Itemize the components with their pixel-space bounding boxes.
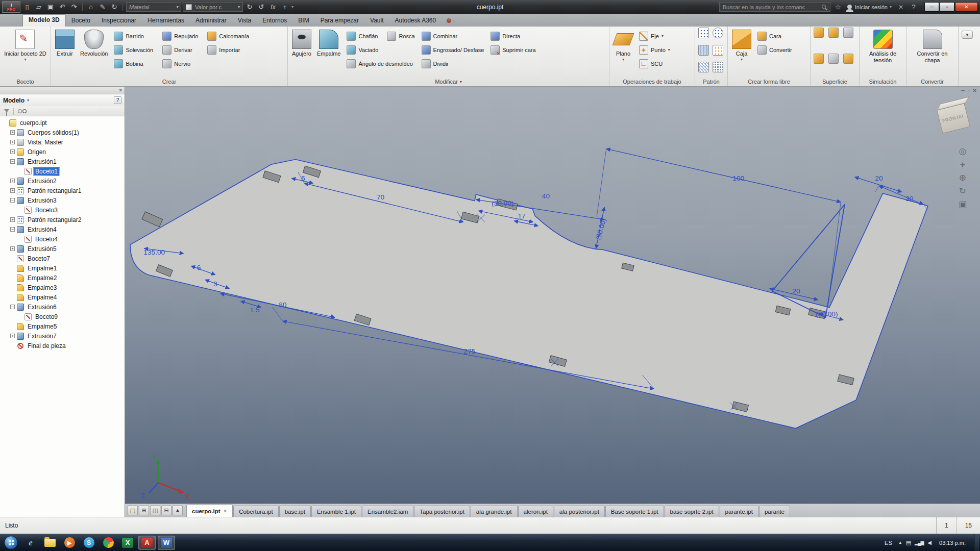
tree-item[interactable]: Boceto4 [0, 234, 125, 244]
tree-item[interactable]: +Extrusión5 [0, 244, 125, 254]
close-button[interactable]: ✕ [955, 2, 978, 12]
language-indicator[interactable]: ES [883, 539, 894, 547]
dimension-label[interactable]: (90.00) [594, 217, 607, 240]
volume-icon[interactable]: ◀ [927, 540, 931, 545]
chaflan-button[interactable]: Chaflán [345, 29, 379, 43]
start-button[interactable] [4, 536, 18, 549]
dimension-label[interactable]: 6 [197, 264, 201, 271]
dimension-label[interactable]: 70 [377, 193, 385, 201]
ribbon-tab-entornos[interactable]: Entornos [257, 15, 292, 27]
tree-item[interactable]: Empalme3 [0, 283, 125, 292]
derivar-button[interactable]: Derivar [161, 43, 200, 57]
tree-expander[interactable]: + [10, 334, 15, 338]
qat-customize-caret[interactable]: ▾ [291, 5, 293, 9]
revolucion-button[interactable]: Revolución [79, 29, 109, 58]
refresh-icon[interactable]: ↻ [109, 2, 119, 12]
tree-item[interactable]: +Extrusión2 [0, 176, 125, 186]
document-tab[interactable]: aleron.ipt [518, 506, 553, 517]
help-icon[interactable]: ? [909, 2, 919, 12]
tree-item[interactable]: +Patrón rectangular1 [0, 186, 125, 195]
circular-pattern-icon[interactable] [713, 28, 723, 38]
tree-item[interactable]: Empalme1 [0, 263, 125, 273]
3d-canvas[interactable]: 135.00631.580670(30.00)1740(90.00)100275… [125, 87, 980, 504]
extruir-button[interactable]: Extruir [54, 29, 76, 58]
hidden-icons-button[interactable]: ▲ [898, 540, 902, 545]
bobina-button[interactable]: Bobina [112, 57, 155, 70]
document-tab[interactable]: ala grande.ipt [471, 506, 518, 517]
tree-item[interactable]: Empalme4 [0, 292, 125, 302]
dimension-label[interactable]: (30.00) [816, 310, 838, 318]
cara-button[interactable]: Cara [756, 29, 794, 43]
document-tab[interactable]: parante [759, 506, 790, 517]
rosca-button[interactable]: Rosca [385, 29, 416, 43]
start-2d-sketch-button[interactable]: Iniciar boceto 2D ▾ [3, 29, 47, 62]
tree-item[interactable]: +Extrusión7 [0, 331, 125, 341]
rectangular-pattern-icon[interactable] [698, 28, 709, 38]
pattern-option-icon-2[interactable] [713, 62, 723, 72]
tree-item[interactable]: Boceto7 [0, 254, 125, 263]
tree-item[interactable]: cuerpo.ipt [0, 118, 125, 128]
surface-tool-icon-1[interactable] [814, 28, 824, 38]
dimension-label[interactable]: 20 [875, 174, 883, 182]
ribbon-tab-autodesk-a360[interactable]: Autodesk A360 [389, 15, 442, 27]
document-tab[interactable]: Ensamble2.iam [362, 506, 413, 517]
tree-item[interactable]: +Patrón rectangular2 [0, 215, 125, 224]
calcomania-button[interactable]: Calcomanía [206, 29, 251, 43]
document-tab[interactable]: Ensamble 1.ipt [311, 506, 361, 517]
ribbon-tab-bim[interactable]: BIM [292, 15, 314, 27]
ribbon-tab-administrar[interactable]: Administrar [190, 15, 232, 27]
tree-expander[interactable]: + [10, 246, 15, 251]
document-tab[interactable]: base.ipt [279, 506, 311, 517]
surface-tool-icon-4[interactable] [814, 54, 824, 64]
search-input[interactable] [720, 4, 830, 10]
single-view-icon[interactable]: ▢ [128, 505, 138, 515]
repujado-button[interactable]: Repujado [161, 29, 200, 43]
tree-expander[interactable]: − [10, 227, 15, 232]
viewport-restore-button[interactable]: ▫ [968, 88, 970, 93]
pattern-option-icon-1[interactable] [698, 62, 709, 72]
dimension-label[interactable]: 275 [464, 347, 476, 355]
screencast-record-button[interactable]: ▾ [447, 18, 455, 23]
grid-view-icon[interactable]: ⊞ [139, 505, 149, 515]
document-tab[interactable]: base soprte 2.ipt [665, 506, 719, 517]
dimension-label[interactable]: 30 [905, 195, 914, 203]
find-icon[interactable] [18, 109, 22, 113]
display-icon[interactable]: ▤ [906, 539, 911, 546]
tree-item[interactable]: −Extrusión6 [0, 302, 125, 312]
internet-explorer-icon[interactable]: e [22, 536, 39, 550]
pan-icon[interactable]: + [960, 160, 965, 169]
tree-expander[interactable]: + [10, 217, 15, 222]
dimension-label[interactable]: 6 [301, 174, 305, 182]
punto-button[interactable]: Punto▾ [638, 43, 672, 57]
media-player-icon[interactable]: ▶ [61, 536, 78, 550]
dimension-label[interactable]: 3 [213, 280, 217, 288]
tree-item[interactable]: Boceto3 [0, 205, 125, 215]
ribbon-tab-herramientas[interactable]: Herramientas [142, 15, 190, 27]
filter-icon[interactable] [4, 109, 9, 113]
restore-button[interactable]: ▫ [940, 2, 954, 12]
surface-tool-icon-3[interactable] [843, 28, 853, 38]
adjust-appearance-icon[interactable]: ↻ [244, 2, 255, 12]
document-tab[interactable]: Tapa posterior.ipt [414, 506, 470, 517]
angulo-desmoldeo-button[interactable]: Ángulo de desmoldeo [345, 57, 416, 70]
tree-item[interactable]: Final de pieza [0, 341, 125, 350]
excel-icon[interactable]: X [119, 536, 136, 550]
tree-expander[interactable]: + [10, 130, 15, 135]
browser-help-icon[interactable]: ? [114, 96, 121, 104]
expand-tabs-icon[interactable]: ▲ [173, 505, 183, 515]
vaciado-button[interactable]: Vaciado [345, 43, 416, 57]
parameters-fx-icon[interactable]: fx [268, 2, 278, 12]
word-icon[interactable]: W [158, 536, 175, 550]
tree-item[interactable]: +Origen [0, 147, 125, 157]
undo-icon[interactable]: ↶ [57, 2, 67, 12]
skype-icon[interactable]: S [80, 536, 97, 550]
adobe-reader-icon[interactable]: A [138, 536, 156, 550]
material-dropdown[interactable]: Material ▾ [126, 2, 181, 12]
tree-expander[interactable]: + [10, 140, 15, 144]
tree-expander[interactable]: + [10, 188, 15, 193]
empalme-button[interactable]: Empalme [316, 29, 341, 58]
sign-in-button[interactable]: Iniciar sesión ▾ [846, 4, 893, 10]
dimension-label[interactable]: 17 [518, 212, 525, 220]
surface-tool-icon-5[interactable] [828, 54, 839, 64]
ribbon-collapse-button[interactable]: ▼ [962, 31, 973, 39]
